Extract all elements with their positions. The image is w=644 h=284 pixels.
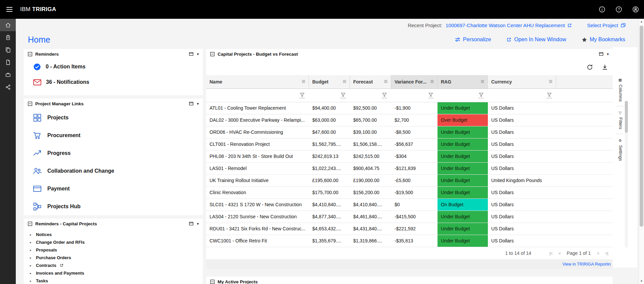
section-menu-chevron-icon[interactable]: ▾ [606, 52, 609, 57]
table-scrollbar-thumb[interactable] [625, 101, 628, 133]
help-icon[interactable]: ? [610, 0, 627, 19]
collapse-section-icon[interactable] [27, 51, 33, 57]
pm-link-projects-hub[interactable]: Projects Hub [24, 197, 203, 215]
title-actions: Personalize Open In New Window My Bookma… [455, 37, 625, 43]
column-menu-icon[interactable] [383, 79, 388, 85]
tree-item-notices[interactable]: ▸ Notices [30, 231, 203, 238]
refresh-icon[interactable] [587, 64, 593, 70]
next-page-button[interactable]: > [597, 251, 599, 256]
table-row[interactable]: CLT001 - Renovation Project $1,562,795..… [206, 138, 613, 151]
page-scrollbar-thumb[interactable] [640, 25, 643, 227]
tree-item-contracts[interactable]: ▸ Contracts [30, 262, 203, 269]
column-header-name[interactable]: Name [206, 75, 309, 89]
column-header-currency[interactable]: Currency [488, 75, 556, 89]
column-header-budget[interactable]: Budget [309, 75, 350, 89]
tab-filters[interactable]: ▽ Filters [616, 106, 625, 133]
collapse-section-icon[interactable] [210, 279, 215, 284]
rag-badge: Under Budget [438, 175, 488, 186]
table-row[interactable]: RDU01 - 3421 Six Forks Rd - New Construc… [206, 223, 613, 235]
column-menu-icon[interactable] [548, 79, 553, 85]
collapse-section-icon[interactable] [27, 101, 33, 107]
section-window-icon[interactable] [188, 221, 194, 226]
rail-tasks-icon[interactable] [0, 31, 16, 44]
pm-link-collaboration[interactable]: Collaboration and Change [24, 162, 203, 180]
column-header-variance[interactable]: Variance For... [391, 75, 438, 89]
column-menu-icon[interactable] [430, 79, 434, 85]
download-icon[interactable] [602, 64, 608, 70]
tree-item-purchase-orders[interactable]: ▸ Purchase Orders [30, 254, 203, 262]
section-window-icon[interactable] [188, 51, 194, 57]
table-row[interactable]: DAL02 - 3000 Executive Parkway - Relampi… [206, 114, 613, 126]
notifications-link[interactable]: 36 - Notifications [24, 74, 203, 90]
tree-item-tasks[interactable]: ▸ Tasks [30, 277, 203, 284]
table-row[interactable]: CWC1001 - Office Retro Fit $1,355,679...… [206, 235, 613, 247]
rail-briefcase-icon[interactable] [0, 68, 16, 81]
scroll-up-icon[interactable]: ▲ [639, 20, 644, 23]
collapse-section-icon[interactable] [27, 221, 33, 227]
tree-item-invoices[interactable]: ▸ Invoices and Payments [30, 269, 203, 277]
table-filter-row [206, 89, 613, 102]
column-menu-icon[interactable] [480, 79, 485, 85]
section-window-icon[interactable] [598, 51, 604, 57]
page-scrollbar[interactable]: ▲ ▼ [639, 19, 644, 284]
filter-funnel-icon[interactable] [478, 93, 484, 98]
select-project-link[interactable]: Select Project [587, 22, 626, 28]
info-icon[interactable] [594, 0, 610, 19]
table-row[interactable]: Clinic Renovation $175,700.00 $156,200.0… [206, 187, 613, 199]
action-items-link[interactable]: 0 - Action Items [24, 59, 203, 74]
column-header-rag[interactable]: RAG [438, 75, 488, 89]
rail-copy-icon[interactable] [0, 44, 16, 56]
personalize-link[interactable]: Personalize [455, 37, 491, 43]
tab-settings[interactable]: ⚙ Settings [616, 134, 625, 165]
rail-home-icon[interactable] [0, 19, 16, 31]
collapse-section-icon[interactable] [210, 51, 215, 57]
menu-icon[interactable] [0, 0, 19, 19]
scroll-down-icon[interactable]: ▼ [639, 280, 644, 283]
select-project-icon [620, 23, 626, 28]
open-new-window-link[interactable]: Open In New Window [506, 37, 566, 43]
table-row[interactable]: ATL01 - Cooling Tower Replacement $94,40… [206, 102, 613, 114]
section-menu-chevron-icon[interactable]: ▾ [196, 101, 199, 106]
column-header-forecast[interactable]: Forecast [350, 75, 391, 89]
table-row[interactable]: PHL08 - 203 N 34th St - Store Build Out … [206, 151, 613, 163]
column-menu-icon[interactable] [301, 79, 306, 85]
my-bookmarks-link[interactable]: My Bookmarks [582, 37, 625, 43]
table-row[interactable]: LAS01 - Remodel $1,022,243.... $900,404.… [206, 163, 613, 175]
rag-cell: On Budget [438, 199, 488, 211]
filter-funnel-icon[interactable] [300, 93, 305, 98]
filter-funnel-icon[interactable] [428, 93, 433, 98]
cell-variance: -$221,592 [391, 223, 438, 235]
star-icon [582, 37, 587, 43]
first-page-button[interactable]: |< [549, 251, 552, 256]
last-page-button[interactable]: >| [605, 251, 608, 256]
section-window-icon[interactable] [188, 101, 194, 106]
tab-columns[interactable]: ▦ Columns [616, 73, 625, 106]
pm-link-procurement[interactable]: Procurement [24, 126, 203, 144]
tree-item-change-orders[interactable]: ▸ Change Order and RFIs [30, 238, 203, 246]
reminders-card-header: Reminders ▾ [24, 49, 203, 59]
section-menu-chevron-icon[interactable]: ▾ [196, 221, 199, 226]
caret-right-icon: ▸ [30, 233, 33, 236]
pm-link-payment[interactable]: Payment [24, 180, 203, 197]
tree-item-proposals[interactable]: ▸ Proposals [30, 246, 203, 254]
table-scrollbar[interactable] [625, 101, 628, 248]
pm-link-progress[interactable]: Progress [24, 144, 203, 162]
rail-document-icon[interactable] [0, 56, 16, 68]
view-in-tririga-reporting-link[interactable]: View in TRIRIGA Reportin [562, 262, 611, 267]
table-row[interactable]: SLC01 - 4321 S 1720 W - New Construction… [206, 199, 613, 211]
column-menu-icon[interactable] [342, 79, 347, 85]
rail-network-icon[interactable] [0, 81, 16, 93]
filter-funnel-icon[interactable] [382, 93, 387, 98]
filter-funnel-icon[interactable] [340, 93, 346, 98]
table-row[interactable]: UK Training Rollout Initiative £195,600.… [206, 175, 613, 187]
recent-project-link[interactable]: 1000697-Charlotte Watson Center AHU Repl… [446, 22, 572, 28]
user-avatar-icon[interactable] [627, 0, 644, 19]
table-row[interactable]: ORD06 - HVAC Re-Commissioning $47,600.00… [206, 126, 613, 138]
cell-filler [556, 211, 613, 223]
cell-filler [556, 163, 613, 174]
table-row[interactable]: LAS04 - 2120 Sunrise - New Construction … [206, 211, 613, 223]
prev-page-button[interactable]: < [558, 251, 561, 256]
filter-funnel-icon[interactable] [547, 93, 552, 98]
pm-link-projects[interactable]: Projects [24, 109, 203, 126]
section-menu-chevron-icon[interactable]: ▾ [196, 52, 199, 57]
